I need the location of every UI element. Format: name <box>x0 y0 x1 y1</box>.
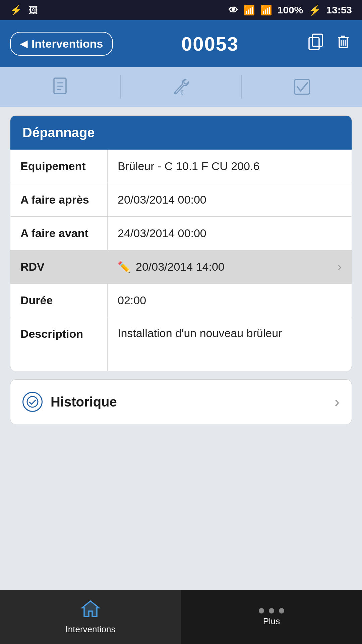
content-area: Dépannage Equipement Brüleur - C 10.1 F … <box>0 107 362 590</box>
status-bar: ⚡ 🖼 👁 📶 📶 100% ⚡ 13:53 <box>0 0 362 20</box>
historique-icon <box>22 392 43 412</box>
nav-dot-2 <box>269 608 274 613</box>
time: 13:53 <box>326 4 352 16</box>
svg-point-15 <box>27 396 38 407</box>
home-icon <box>81 600 100 622</box>
equipement-value: Brüleur - C 10.1 F CU 200.6 <box>108 150 352 183</box>
faire-avant-row: A faire avant 24/03/2014 00:00 <box>10 217 352 250</box>
rdv-row[interactable]: RDV ✏️ 20/03/2014 14:00 › <box>10 250 352 284</box>
pencil-icon: ✏️ <box>118 261 131 273</box>
nav-dot-1 <box>259 608 264 613</box>
depannage-section: Dépannage Equipement Brüleur - C 10.1 F … <box>10 115 352 371</box>
nav-label-interventions: Interventions <box>66 624 116 635</box>
rdv-value-inner: ✏️ 20/03/2014 14:00 <box>118 260 225 273</box>
bottom-nav: Interventions Plus <box>0 590 362 644</box>
duree-value: 02:00 <box>108 284 352 317</box>
svg-marker-16 <box>82 601 99 616</box>
rdv-label: RDV <box>10 250 108 283</box>
description-value: Installation d'un nouveau brüleur <box>108 317 352 371</box>
copy-button[interactable] <box>307 33 324 54</box>
historique-chevron-right-icon: › <box>335 393 340 410</box>
tab-check[interactable] <box>242 67 362 107</box>
delete-button[interactable] <box>335 33 352 54</box>
svg-rect-1 <box>309 38 319 50</box>
svg-text:€: € <box>180 89 184 96</box>
image-icon: 🖼 <box>28 5 38 16</box>
usb-icon: ⚡ <box>10 5 22 16</box>
status-info: 👁 📶 📶 100% ⚡ 13:53 <box>229 4 352 16</box>
section-title: Dépannage <box>22 125 95 140</box>
tab-tools[interactable]: € <box>121 67 241 107</box>
nav-dot-3 <box>279 608 284 613</box>
battery-percent: 100% <box>278 4 303 16</box>
header-actions <box>307 33 352 54</box>
faire-apres-label: A faire après <box>10 183 108 216</box>
svg-point-12 <box>174 92 176 94</box>
eye-icon: 👁 <box>229 5 238 16</box>
duree-label: Durée <box>10 284 108 317</box>
app-header: Interventions 00053 <box>0 20 362 67</box>
section-header: Dépannage <box>10 116 352 150</box>
duree-row: Durée 02:00 <box>10 284 352 317</box>
back-label: Interventions <box>32 37 103 50</box>
back-button[interactable]: Interventions <box>10 32 113 56</box>
historique-card[interactable]: Historique › <box>10 379 352 424</box>
wifi-icon: 📶 <box>243 5 255 16</box>
description-row: Description Installation d'un nouveau br… <box>10 317 352 371</box>
faire-avant-label: A faire avant <box>10 217 108 250</box>
svg-rect-0 <box>312 34 322 46</box>
nav-item-plus[interactable]: Plus <box>181 590 362 644</box>
nav-item-interventions[interactable]: Interventions <box>0 590 181 644</box>
rdv-chevron-right-icon: › <box>338 260 342 274</box>
page-title: 00053 <box>181 33 239 55</box>
tab-bar: € <box>0 67 362 107</box>
status-icons: ⚡ 🖼 <box>10 5 38 16</box>
tab-document[interactable] <box>0 67 120 107</box>
faire-avant-value: 24/03/2014 00:00 <box>108 217 352 250</box>
battery-icon: ⚡ <box>308 4 321 16</box>
signal-icon: 📶 <box>260 5 272 16</box>
equipement-label: Equipement <box>10 150 108 183</box>
nav-dots <box>259 608 284 613</box>
nav-label-plus: Plus <box>263 616 280 627</box>
description-label: Description <box>10 317 108 371</box>
equipement-row: Equipement Brüleur - C 10.1 F CU 200.6 <box>10 150 352 183</box>
historique-left: Historique <box>22 392 117 412</box>
historique-label: Historique <box>51 394 117 410</box>
faire-apres-row: A faire après 20/03/2014 00:00 <box>10 183 352 217</box>
faire-apres-value: 20/03/2014 00:00 <box>108 183 352 216</box>
rdv-value[interactable]: ✏️ 20/03/2014 14:00 › <box>108 250 352 283</box>
